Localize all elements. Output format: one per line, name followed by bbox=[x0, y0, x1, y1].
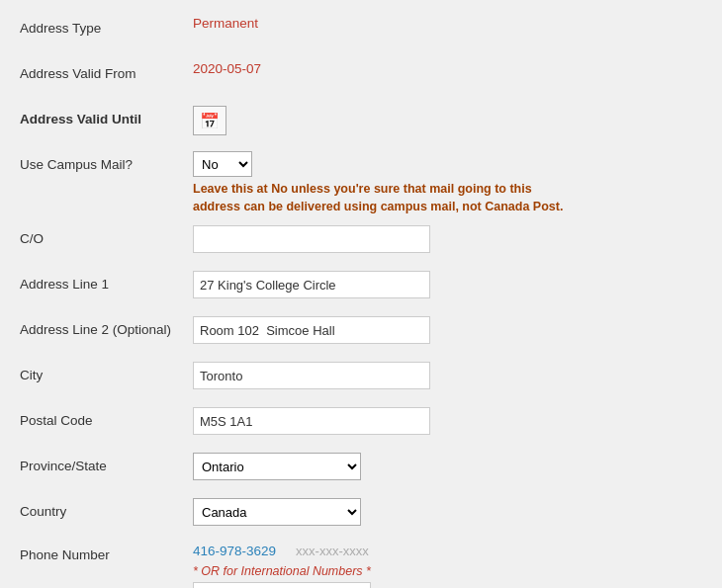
form-container: Address Type Permanent Address Valid Fro… bbox=[0, 0, 722, 588]
city-row: City bbox=[20, 362, 702, 397]
phone-section: 416-978-3629 xxx-xxx-xxxx * OR for Inter… bbox=[193, 544, 702, 588]
phone-number-control: 416-978-3629 xxx-xxx-xxxx * OR for Inter… bbox=[193, 544, 702, 588]
province-state-select[interactable]: Ontario Alberta British Columbia Manitob… bbox=[193, 453, 361, 480]
postal-code-label: Postal Code bbox=[20, 407, 193, 428]
address-line1-control bbox=[193, 271, 702, 298]
country-control: Canada United States United Kingdom Aust… bbox=[193, 498, 702, 526]
phone-placeholder: xxx-xxx-xxxx bbox=[296, 544, 369, 558]
city-control bbox=[193, 362, 702, 389]
phone-number-link[interactable]: 416-978-3629 bbox=[193, 544, 276, 558]
co-label: C/O bbox=[20, 225, 193, 246]
phone-or-text: * OR for International Numbers * bbox=[193, 562, 702, 578]
international-phone-input[interactable] bbox=[193, 582, 371, 588]
address-type-label: Address Type bbox=[20, 15, 193, 36]
address-line1-row: Address Line 1 bbox=[20, 271, 702, 306]
address-line2-label: Address Line 2 (Optional) bbox=[20, 316, 193, 337]
postal-code-input[interactable] bbox=[193, 407, 430, 435]
address-line2-row: Address Line 2 (Optional) bbox=[20, 316, 702, 352]
address-line1-label: Address Line 1 bbox=[20, 271, 193, 292]
address-line2-input[interactable] bbox=[193, 316, 430, 344]
calendar-button[interactable]: 📅 bbox=[193, 106, 226, 135]
country-label: Country bbox=[20, 498, 193, 519]
province-state-control: Ontario Alberta British Columbia Manitob… bbox=[193, 453, 702, 480]
address-valid-from-control: 2020-05-07 bbox=[193, 60, 702, 76]
city-input[interactable] bbox=[193, 362, 430, 389]
co-control bbox=[193, 225, 702, 253]
address-valid-until-label: Address Valid Until bbox=[20, 106, 193, 126]
phone-international-row bbox=[193, 582, 702, 588]
campus-mail-note: Leave this at No unless you're sure that… bbox=[193, 181, 569, 215]
campus-mail-label: Use Campus Mail? bbox=[20, 151, 193, 172]
province-state-row: Province/State Ontario Alberta British C… bbox=[20, 453, 702, 488]
phone-primary-row: 416-978-3629 xxx-xxx-xxxx bbox=[193, 544, 702, 558]
campus-mail-select-row: No Yes bbox=[193, 151, 702, 177]
address-line2-control bbox=[193, 316, 702, 344]
city-label: City bbox=[20, 362, 193, 382]
calendar-icon: 📅 bbox=[200, 112, 220, 130]
campus-mail-select[interactable]: No Yes bbox=[193, 151, 252, 177]
address-line1-input[interactable] bbox=[193, 271, 430, 298]
country-row: Country Canada United States United King… bbox=[20, 498, 702, 534]
phone-number-row: Phone Number 416-978-3629 xxx-xxx-xxxx *… bbox=[20, 544, 702, 588]
address-valid-from-label: Address Valid From bbox=[20, 60, 193, 81]
address-type-control: Permanent bbox=[193, 15, 702, 31]
address-type-value: Permanent bbox=[193, 10, 258, 31]
campus-mail-control: No Yes Leave this at No unless you're su… bbox=[193, 151, 702, 215]
address-valid-until-control: 📅 bbox=[193, 106, 702, 135]
address-valid-from-row: Address Valid From 2020-05-07 bbox=[20, 60, 702, 96]
country-select[interactable]: Canada United States United Kingdom Aust… bbox=[193, 498, 361, 526]
address-type-row: Address Type Permanent bbox=[20, 15, 702, 50]
phone-number-label: Phone Number bbox=[20, 544, 193, 562]
postal-code-control bbox=[193, 407, 702, 435]
campus-mail-row: Use Campus Mail? No Yes Leave this at No… bbox=[20, 151, 702, 215]
co-input[interactable] bbox=[193, 225, 430, 253]
co-row: C/O bbox=[20, 225, 702, 261]
postal-code-row: Postal Code bbox=[20, 407, 702, 443]
address-valid-until-row: Address Valid Until 📅 bbox=[20, 106, 702, 141]
province-state-label: Province/State bbox=[20, 453, 193, 473]
address-valid-from-value: 2020-05-07 bbox=[193, 55, 261, 76]
